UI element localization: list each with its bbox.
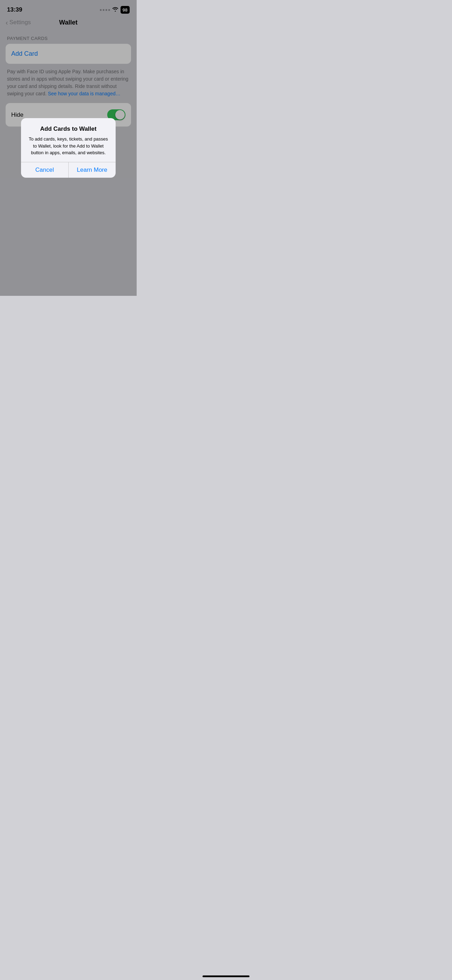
dialog-message: To add cards, keys, tickets, and passes …: [27, 136, 110, 156]
dialog-buttons: Cancel Learn More: [21, 162, 116, 178]
add-cards-dialog: Add Cards to Wallet To add cards, keys, …: [21, 118, 116, 178]
learn-more-button[interactable]: Learn More: [69, 162, 116, 178]
dialog-title: Add Cards to Wallet: [27, 125, 110, 133]
dialog-content: Add Cards to Wallet To add cards, keys, …: [21, 118, 116, 162]
cancel-button[interactable]: Cancel: [21, 162, 69, 178]
dialog-overlay: Add Cards to Wallet To add cards, keys, …: [0, 0, 137, 296]
